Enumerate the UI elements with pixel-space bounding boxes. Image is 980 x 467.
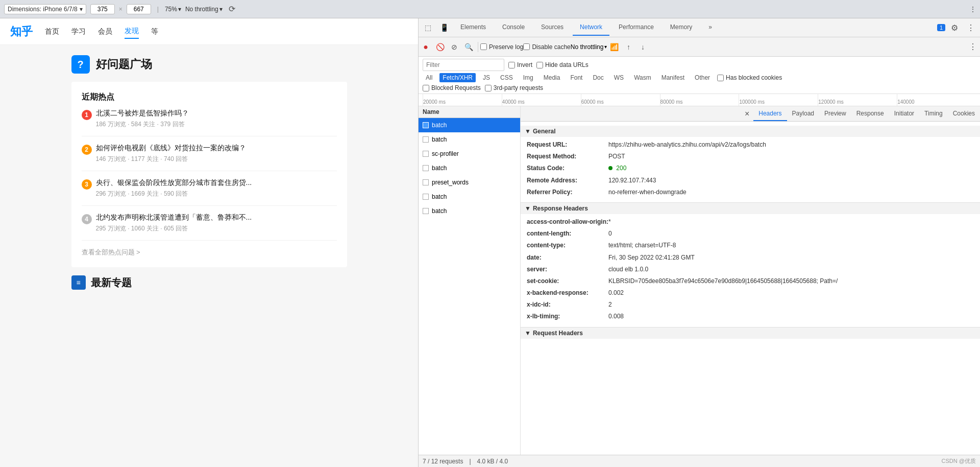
detail-tab-payload[interactable]: Payload [787,106,819,121]
blocked-requests-label[interactable]: Blocked Requests [423,84,481,91]
filter-manifest[interactable]: Manifest [658,73,688,82]
wifi-icon-btn[interactable]: 📶 [607,40,621,54]
disable-cache-label[interactable]: Disable cache [523,43,570,51]
request-name-6: batch [432,207,447,215]
tab-performance[interactable]: Performance [611,19,661,36]
width-input[interactable] [90,4,115,14]
filter-fetch-xhr[interactable]: Fetch/XHR [439,73,476,82]
disable-cache-checkbox[interactable] [523,43,530,50]
browser-top-bar: Dimensions: iPhone 6/7/8 ▾ × | 75% ▾ No … [0,0,980,18]
request-item-3[interactable]: batch [419,161,520,175]
blocked-requests-checkbox[interactable] [423,85,429,91]
preserve-log-checkbox[interactable] [480,43,487,50]
nav-item-member[interactable]: 会员 [98,25,112,38]
news-title-3[interactable]: 央行、银保监会阶段性放宽部分城市首套住房贷... [96,178,252,188]
filter-css[interactable]: CSS [497,73,516,82]
nav-item-learn[interactable]: 学习 [71,25,86,38]
news-title-2[interactable]: 如何评价电视剧《底线》对货拉拉一案的改编？ [96,144,246,153]
invert-label[interactable]: Invert [508,61,532,68]
network-more-btn[interactable]: ⋮ [966,40,980,54]
device-selector[interactable]: Dimensions: iPhone 6/7/8 ▾ [4,4,86,14]
request-checkbox-3[interactable] [423,165,429,171]
filter-font[interactable]: Font [567,73,585,82]
request-checkbox-5[interactable] [423,194,429,200]
news-title-1[interactable]: 北溪二号被炸是低智操作吗？ [96,109,189,118]
request-item-4[interactable]: preset_words [419,175,520,190]
device-toggle-btn[interactable]: 📱 [437,20,451,35]
close-detail-btn[interactable]: × [741,107,753,121]
tab-more[interactable]: » [701,19,719,36]
filter-input[interactable] [423,59,504,71]
detail-tabs: × Headers Payload Preview Response Initi… [521,106,980,122]
news-title-4[interactable]: 北约发布声明称北溪管道遭到「蓄意、鲁莽和不... [96,213,252,222]
filter-row3: Blocked Requests 3rd-party requests [423,84,976,91]
height-input[interactable] [127,4,151,14]
request-item-5[interactable]: batch [419,190,520,204]
request-headers-section-header[interactable]: ▼ Request Headers [521,327,980,339]
tab-elements[interactable]: Elements [453,19,493,36]
more-btn-browser[interactable]: ⋮ [970,6,976,13]
general-section-header[interactable]: ▼ General [521,126,980,137]
detail-tab-headers[interactable]: Headers [753,106,787,121]
detail-tab-initiator[interactable]: Initiator [889,106,919,121]
request-checkbox-0[interactable] [423,122,429,128]
third-party-checkbox[interactable] [485,85,492,91]
filter-js[interactable]: JS [480,73,493,82]
hide-data-urls-label[interactable]: Hide data URLs [536,61,589,68]
tab-console[interactable]: Console [495,19,532,36]
detail-tab-response[interactable]: Response [851,106,889,121]
zoom-selector[interactable]: 75% ▾ [165,6,181,13]
hero-section: ? 好问题广场 [71,55,347,74]
devtools-tab-row: ⬚ 📱 Elements Console Sources Network Per… [419,18,980,37]
clear-btn[interactable]: 🚫 [433,40,447,54]
request-item-1[interactable]: batch [419,132,520,147]
view-all-link[interactable]: 查看全部热点问题 > [82,248,337,257]
detail-tab-preview[interactable]: Preview [819,106,851,121]
nav-item-discover[interactable]: 发现 [125,25,139,39]
rotate-icon[interactable]: ⟳ [229,4,235,14]
tab-memory[interactable]: Memory [663,19,699,36]
tab-sources[interactable]: Sources [534,19,571,36]
third-party-label[interactable]: 3rd-party requests [485,84,543,91]
invert-checkbox[interactable] [508,62,515,68]
detail-tab-timing[interactable]: Timing [919,106,948,121]
request-item-0[interactable]: batch [419,118,520,132]
filter-img[interactable]: Img [520,73,536,82]
filter-toggle-btn[interactable]: ⊘ [447,40,461,54]
filter-wasm[interactable]: Wasm [631,73,654,82]
filter-media[interactable]: Media [541,73,564,82]
response-headers-section-header[interactable]: ▼ Response Headers [521,202,980,214]
has-blocked-cookies-label[interactable]: Has blocked cookies [717,74,782,81]
hide-data-urls-checkbox[interactable] [536,62,543,68]
inspect-icon-btn[interactable]: ⬚ [421,20,435,35]
separator1: | [157,6,159,13]
record-btn[interactable]: ● [419,40,433,54]
has-blocked-cookies-checkbox[interactable] [717,75,724,81]
request-item-6[interactable]: batch [419,204,520,218]
settings-btn[interactable]: ⚙ [947,20,962,35]
news-num-3: 3 [82,179,92,190]
search-btn[interactable]: 🔍 [461,40,476,54]
request-checkbox-6[interactable] [423,208,429,214]
nav-item-home[interactable]: 首页 [45,25,59,38]
preserve-log-label[interactable]: Preserve log [480,43,523,51]
request-name-1: batch [432,136,447,143]
request-checkbox-1[interactable] [423,136,429,143]
request-item-2[interactable]: sc-profiler [419,147,520,161]
upload-icon-btn[interactable]: ↑ [621,40,635,54]
filter-doc[interactable]: Doc [590,73,606,82]
throttle-selector-browser[interactable]: No throttling ▾ [185,6,223,13]
devtools-more-btn[interactable]: ⋮ [964,20,978,35]
filter-all[interactable]: All [423,73,435,82]
request-checkbox-2[interactable] [423,151,429,157]
detail-tab-cookies[interactable]: Cookies [948,106,980,121]
request-checkbox-4[interactable] [423,179,429,185]
nav-item-more[interactable]: 等 [151,25,158,38]
download-icon-btn[interactable]: ↓ [635,40,650,54]
filter-ws[interactable]: WS [611,73,627,82]
filter-other[interactable]: Other [692,73,713,82]
referrer-value: no-referrer-when-downgrade [608,188,687,197]
news-item-3: 3 央行、银保监会阶段性放宽部分城市首套住房贷... 296 万浏览 · 166… [82,178,337,206]
tab-network[interactable]: Network [573,19,609,36]
throttle-control[interactable]: No throttling ▾ [571,43,607,51]
